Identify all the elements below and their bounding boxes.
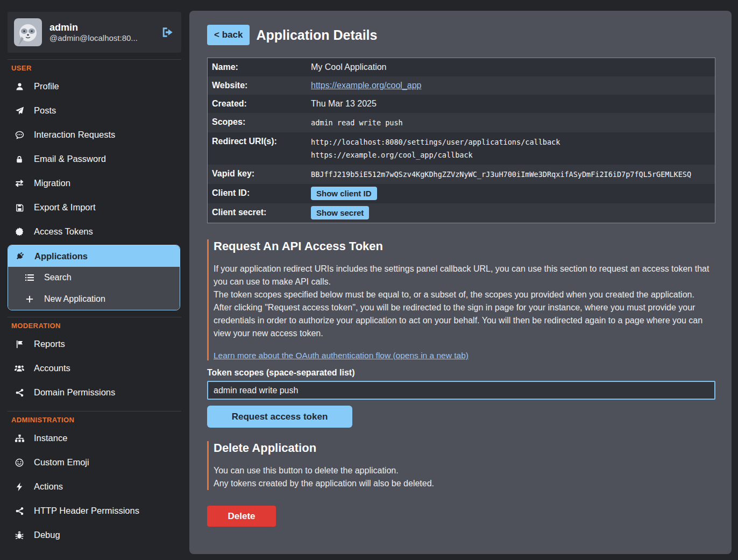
applications-group: Applications Search New Application	[8, 245, 180, 310]
sidebar-item-label: Access Tokens	[34, 226, 93, 237]
table-row-scopes: Scopes: admin read write push	[208, 113, 715, 132]
paper-plane-icon	[15, 107, 24, 115]
table-row-name: Name: My Cool Application	[208, 58, 715, 76]
redirect-uri-2: https://example.org/cool_app/callback	[311, 148, 560, 161]
list-icon	[25, 274, 34, 281]
sidebar-item-applications[interactable]: Applications	[8, 245, 180, 267]
created-value: Thu Mar 13 2025	[311, 98, 377, 110]
sidebar-item-instance[interactable]: Instance	[8, 426, 180, 450]
table-row-client-secret: Client secret: Show secret	[208, 203, 715, 223]
sidebar-item-label: New Application	[44, 294, 105, 304]
table-row-vapid-key: Vapid key: BBJffJ219b5iE512m7wQSzv4KgKDh…	[208, 165, 715, 184]
plug-icon	[15, 252, 25, 260]
delete-application-section: Delete Application You can use this butt…	[207, 441, 715, 490]
sidebar-item-label: Debug	[34, 530, 60, 540]
applications-submenu: Search New Application	[8, 267, 180, 310]
sidebar-item-debug[interactable]: Debug	[8, 523, 180, 547]
show-client-id-button[interactable]: Show client ID	[311, 187, 377, 200]
page-header: < back Application Details	[207, 25, 715, 45]
sidebar-item-search[interactable]: Search	[8, 267, 180, 288]
sidebar-item-label: HTTP Header Permissions	[34, 506, 139, 516]
floppy-disk-icon	[15, 203, 24, 212]
certificate-icon	[15, 228, 24, 236]
sidebar-item-accounts[interactable]: Accounts	[8, 356, 180, 380]
main-area: < back Application Details Name: My Cool…	[186, 0, 738, 560]
sidebar-item-reports[interactable]: Reports	[8, 332, 180, 356]
sidebar-item-actions[interactable]: Actions	[8, 474, 180, 499]
website-link[interactable]: https://example.org/cool_app	[311, 81, 421, 90]
table-row-redirect-uris: Redirect URI(s): http://localhost:8080/s…	[208, 132, 715, 165]
sidebar-item-label: Instance	[34, 433, 67, 443]
sidebar-item-label: Search	[44, 273, 72, 282]
sidebar-item-http-header-permissions[interactable]: HTTP Header Permissions	[8, 499, 180, 523]
request-token-text-1: If your application redirect URIs includ…	[214, 263, 715, 288]
table-row-client-id: Client ID: Show client ID	[208, 184, 715, 203]
delete-text-1: You can use this button to delete the ap…	[214, 464, 715, 477]
application-name-value: My Cool Application	[311, 61, 387, 73]
avatar	[14, 18, 42, 46]
delete-heading: Delete Application	[214, 441, 715, 455]
sidebar-item-access-tokens[interactable]: Access Tokens	[8, 219, 180, 244]
token-scopes-label: Token scopes (space-separated list)	[207, 368, 715, 378]
user-name: admin	[49, 22, 153, 33]
sidebar-item-interaction-requests[interactable]: Interaction Requests	[8, 123, 180, 147]
request-token-heading: Request An API Access Token	[214, 239, 715, 253]
redirect-uri-1: http://localhost:8080/settings/user/appl…	[311, 136, 560, 148]
request-access-token-button[interactable]: Request access token	[207, 406, 352, 428]
sidebar-item-label: Applications	[34, 251, 88, 261]
comment-icon	[15, 131, 24, 139]
sidebar-item-label: Email & Password	[34, 154, 106, 164]
sidebar-item-migration[interactable]: Migration	[8, 171, 180, 195]
sidebar-heading-moderation: MODERATION	[11, 322, 180, 330]
sidebar-item-label: Export & Import	[34, 202, 96, 212]
share-nodes-icon	[15, 388, 24, 397]
sidebar-item-label: Accounts	[34, 363, 70, 373]
application-details-panel: < back Application Details Name: My Cool…	[189, 11, 732, 554]
plus-icon	[25, 295, 34, 303]
page-title: Application Details	[256, 27, 377, 43]
sidebar-item-label: Interaction Requests	[34, 130, 115, 140]
arrows-left-right-icon	[15, 179, 24, 188]
sign-out-icon[interactable]	[161, 26, 175, 39]
sidebar-item-label: Actions	[34, 481, 63, 492]
application-details-table: Name: My Cool Application Website: https…	[207, 58, 715, 223]
users-icon	[15, 364, 24, 373]
sidebar-item-domain-permissions[interactable]: Domain Permissions	[8, 380, 180, 405]
scopes-value: admin read write push	[311, 116, 403, 129]
bolt-icon	[15, 483, 24, 491]
sidebar-item-profile[interactable]: Profile	[8, 74, 180, 98]
bug-icon	[15, 531, 24, 540]
sidebar-heading-user: USER	[11, 64, 180, 72]
sidebar-item-label: Reports	[34, 339, 65, 349]
user-handle: @admin@localhost:80...	[49, 33, 153, 42]
request-token-section: Request An API Access Token If your appl…	[207, 239, 715, 360]
back-button[interactable]: < back	[207, 25, 250, 45]
show-secret-button[interactable]: Show secret	[311, 206, 369, 219]
sidebar-item-label: Profile	[34, 81, 59, 91]
sitemap-icon	[15, 434, 24, 443]
token-scopes-input[interactable]	[207, 381, 715, 400]
oauth-docs-link[interactable]: Learn more about the OAuth authenticatio…	[214, 351, 469, 360]
sidebar-item-new-application[interactable]: New Application	[8, 288, 180, 310]
sidebar-item-label: Domain Permissions	[34, 387, 115, 398]
sidebar-item-posts[interactable]: Posts	[8, 98, 180, 123]
table-row-created: Created: Thu Mar 13 2025	[208, 95, 715, 113]
sidebar-item-export-import[interactable]: Export & Import	[8, 195, 180, 219]
sidebar-item-custom-emoji[interactable]: Custom Emoji	[8, 450, 180, 474]
divider	[8, 59, 181, 60]
sidebar-item-label: Custom Emoji	[34, 457, 89, 467]
flag-icon	[15, 340, 24, 349]
delete-text-2: Any tokens created by the application wi…	[214, 477, 715, 490]
divider	[8, 411, 181, 412]
sidebar-item-label: Migration	[34, 178, 70, 188]
divider	[8, 317, 181, 317]
delete-button[interactable]: Delete	[207, 506, 276, 527]
smiley-icon	[15, 458, 24, 467]
user-card[interactable]: admin @admin@localhost:80...	[8, 12, 181, 53]
sidebar-item-email-password[interactable]: Email & Password	[8, 147, 180, 171]
table-row-website: Website: https://example.org/cool_app	[208, 76, 715, 95]
request-token-text-3: After clicking "Request access token", y…	[214, 301, 715, 340]
sidebar-heading-administration: ADMINISTRATION	[11, 416, 180, 424]
user-icon	[15, 82, 24, 91]
vapid-key-value: BBJffJ219b5iE512m7wQSzv4KgKDhgZZVzNyWC_r…	[311, 168, 691, 181]
